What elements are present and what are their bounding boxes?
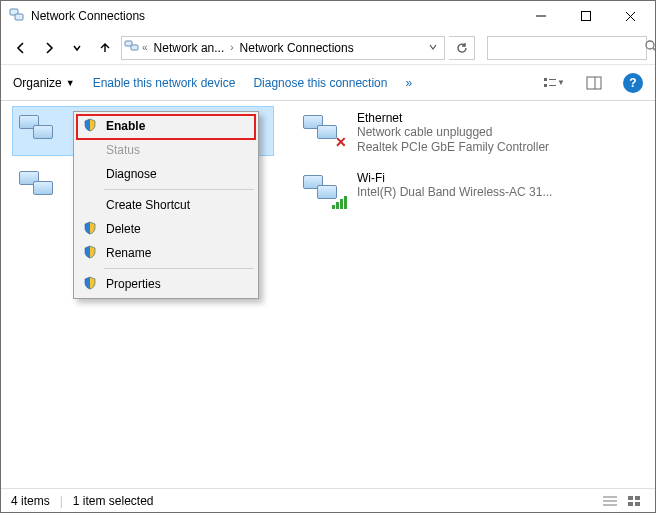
chevron-right-icon[interactable]: › xyxy=(230,42,233,53)
svg-rect-11 xyxy=(544,84,547,87)
adapter-device: Intel(R) Dual Band Wireless-AC 31... xyxy=(357,185,552,200)
shield-icon xyxy=(83,276,97,290)
ctx-rename[interactable]: Rename xyxy=(76,241,256,265)
selected-count: 1 item selected xyxy=(73,494,154,508)
chevron-left-icon: « xyxy=(142,42,148,53)
svg-rect-19 xyxy=(628,496,633,500)
svg-rect-14 xyxy=(587,77,601,89)
ctx-enable[interactable]: Enable xyxy=(76,114,256,138)
shield-icon xyxy=(83,221,97,235)
command-bar: Organize▼ Enable this network device Dia… xyxy=(1,65,655,101)
separator xyxy=(104,189,254,190)
network-adapter-icon xyxy=(301,171,349,211)
address-dropdown-icon[interactable] xyxy=(424,41,442,55)
ctx-status: Status xyxy=(76,138,256,162)
maximize-button[interactable] xyxy=(563,1,608,31)
help-button[interactable]: ? xyxy=(623,73,643,93)
status-bar: 4 items | 1 item selected xyxy=(1,488,655,512)
breadcrumb-parent[interactable]: Network an... xyxy=(150,39,229,57)
wifi-signal-icon xyxy=(332,196,347,209)
ctx-diagnose[interactable]: Diagnose xyxy=(76,162,256,186)
search-box[interactable] xyxy=(487,36,647,60)
titlebar: Network Connections xyxy=(1,1,655,31)
adapter-wifi[interactable]: Wi-Fi Intel(R) Dual Band Wireless-AC 31.… xyxy=(297,167,557,215)
separator: | xyxy=(60,494,63,508)
svg-rect-22 xyxy=(635,502,640,506)
more-commands[interactable]: » xyxy=(405,76,412,90)
chevron-down-icon: ▼ xyxy=(66,78,75,88)
search-icon[interactable] xyxy=(644,39,656,56)
view-options-button[interactable]: ▼ xyxy=(543,72,565,94)
window-title: Network Connections xyxy=(31,9,518,23)
recent-locations-button[interactable] xyxy=(65,36,89,60)
close-button[interactable] xyxy=(608,1,653,31)
ctx-enable-label: Enable xyxy=(106,119,145,133)
adapter-name: Wi-Fi xyxy=(357,171,552,185)
diagnose-connection-command[interactable]: Diagnose this connection xyxy=(253,76,387,90)
network-adapter-icon xyxy=(17,167,65,207)
ctx-create-shortcut[interactable]: Create Shortcut xyxy=(76,193,256,217)
app-icon xyxy=(9,7,25,26)
adapter-status: Network cable unplugged xyxy=(357,125,549,140)
address-bar[interactable]: « Network an... › Network Connections xyxy=(121,36,445,60)
breadcrumb-current[interactable]: Network Connections xyxy=(236,39,358,57)
forward-button[interactable] xyxy=(37,36,61,60)
refresh-button[interactable] xyxy=(449,36,475,60)
details-view-button[interactable] xyxy=(599,490,621,512)
address-icon xyxy=(124,38,140,57)
svg-point-8 xyxy=(646,41,654,49)
svg-rect-3 xyxy=(581,12,590,21)
items-view[interactable]: Cisco AnyConnect Secure Mobility ✕ Ether… xyxy=(1,101,655,487)
adapter-device: Realtek PCIe GbE Family Controller xyxy=(357,140,549,155)
nav-row: « Network an... › Network Connections xyxy=(1,31,655,65)
minimize-button[interactable] xyxy=(518,1,563,31)
enable-device-command[interactable]: Enable this network device xyxy=(93,76,236,90)
shield-icon xyxy=(83,118,97,132)
svg-rect-7 xyxy=(131,45,138,50)
item-count: 4 items xyxy=(11,494,50,508)
svg-rect-1 xyxy=(15,14,23,20)
network-adapter-icon xyxy=(17,111,65,151)
organize-menu[interactable]: Organize▼ xyxy=(13,76,75,90)
large-icons-view-button[interactable] xyxy=(623,490,645,512)
shield-icon xyxy=(83,245,97,259)
svg-rect-10 xyxy=(544,78,547,81)
ctx-properties[interactable]: Properties xyxy=(76,272,256,296)
disconnected-icon: ✕ xyxy=(335,135,349,149)
adapter-name: Ethernet xyxy=(357,111,549,125)
context-menu: Enable Status Diagnose Create Shortcut D… xyxy=(73,111,259,299)
window-buttons xyxy=(518,1,653,31)
search-input[interactable] xyxy=(494,41,644,55)
separator xyxy=(104,268,254,269)
network-adapter-icon: ✕ xyxy=(301,111,349,151)
up-button[interactable] xyxy=(93,36,117,60)
organize-label: Organize xyxy=(13,76,62,90)
ctx-delete: Delete xyxy=(76,217,256,241)
svg-rect-21 xyxy=(628,502,633,506)
preview-pane-button[interactable] xyxy=(583,72,605,94)
adapter-ethernet[interactable]: ✕ Ethernet Network cable unplugged Realt… xyxy=(297,107,557,159)
svg-rect-20 xyxy=(635,496,640,500)
back-button[interactable] xyxy=(9,36,33,60)
